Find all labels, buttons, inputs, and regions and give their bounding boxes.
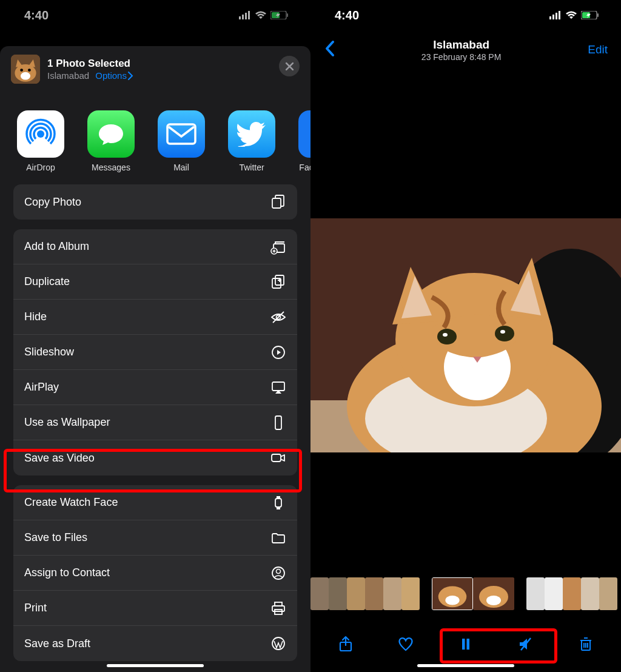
save-as-video-action[interactable]: Save as Video (13, 440, 297, 475)
svg-rect-34 (275, 610, 282, 614)
slideshow-action[interactable]: Slideshow (13, 335, 297, 370)
photo-filmstrip[interactable] (310, 577, 621, 610)
printer-icon (270, 600, 286, 616)
svg-rect-65 (462, 639, 465, 650)
airdrop-target[interactable]: AirDrop (17, 110, 64, 172)
close-button[interactable] (279, 56, 300, 76)
contact-icon (270, 565, 286, 581)
wallpaper-action[interactable]: Use as Wallpaper (13, 405, 297, 440)
mail-target[interactable]: Mail (158, 110, 205, 172)
save-as-draft-action[interactable]: Save as Draft (13, 626, 297, 661)
svg-rect-42 (597, 13, 599, 17)
filmstrip-thumb[interactable] (401, 577, 420, 610)
svg-rect-32 (272, 606, 284, 611)
mail-icon (165, 122, 198, 146)
share-targets-row[interactable]: AirDrop Messages Mail (0, 92, 310, 184)
share-title: 1 Photo Selected (47, 58, 133, 70)
svg-rect-26 (272, 454, 281, 462)
svg-rect-15 (167, 124, 195, 144)
share-sheet-panel: 1 Photo Selected Islamabad Options (0, 46, 310, 672)
wifi-icon (565, 8, 577, 22)
status-time: 4:40 (24, 8, 49, 22)
filmstrip-thumb[interactable] (526, 577, 545, 610)
photo-location-title: Islamabad (421, 38, 502, 52)
svg-rect-36 (549, 16, 551, 19)
svg-point-9 (21, 72, 30, 80)
svg-point-60 (445, 596, 459, 605)
video-icon (270, 450, 286, 466)
messages-target[interactable]: Messages (87, 110, 135, 172)
cellular-icon (239, 8, 251, 22)
options-link[interactable]: Options (95, 70, 133, 81)
filmstrip-thumb[interactable] (563, 577, 581, 610)
assign-contact-action[interactable]: Assign to Contact (13, 556, 297, 591)
mute-button[interactable] (517, 635, 535, 653)
watch-icon (270, 495, 286, 511)
filmstrip-thumb[interactable] (473, 577, 514, 610)
back-button[interactable] (324, 40, 335, 59)
right-phone-photo-view: 4:40 Islamabad 23 February 8:48 PM Edit (310, 0, 621, 672)
photo-nav-bar: Islamabad 23 February 8:48 PM Edit (310, 33, 621, 67)
filmstrip-thumb[interactable] (310, 577, 329, 610)
svg-rect-3 (248, 11, 250, 19)
photo-bottom-toolbar (310, 627, 621, 661)
svg-point-31 (277, 569, 281, 573)
svg-rect-1 (242, 15, 244, 19)
filmstrip-thumb[interactable] (599, 577, 617, 610)
pause-button[interactable] (457, 635, 475, 653)
svg-point-14 (37, 130, 44, 138)
edit-button[interactable]: Edit (588, 43, 608, 56)
svg-rect-24 (272, 382, 284, 391)
copy-photo-action[interactable]: Copy Photo (13, 184, 297, 220)
svg-point-56 (443, 333, 448, 337)
wifi-icon (255, 8, 267, 22)
share-button[interactable] (337, 635, 355, 653)
home-indicator[interactable] (107, 664, 204, 667)
facebook-target[interactable]: Fac (298, 110, 310, 172)
twitter-target[interactable]: Twitter (228, 110, 275, 172)
selected-photo-thumbnail (11, 55, 40, 84)
airplay-action[interactable]: AirPlay (13, 370, 297, 405)
phone-icon (270, 415, 286, 431)
photo-date-subtitle: 23 February 8:48 PM (421, 52, 502, 62)
filmstrip-thumb-selected[interactable] (432, 577, 473, 610)
svg-rect-0 (239, 16, 241, 19)
play-circle-icon (270, 344, 286, 360)
cellular-icon (549, 8, 562, 22)
messages-icon (95, 118, 127, 150)
svg-rect-6 (287, 13, 288, 17)
svg-point-54 (437, 329, 457, 344)
svg-rect-28 (277, 496, 280, 498)
filmstrip-thumb[interactable] (383, 577, 401, 610)
hide-action[interactable]: Hide (13, 300, 297, 335)
airplay-icon (270, 380, 286, 395)
battery-icon (270, 8, 289, 22)
add-to-album-action[interactable]: Add to Album (13, 229, 297, 264)
hide-icon (270, 309, 286, 325)
status-bar: 4:40 (310, 6, 621, 24)
print-action[interactable]: Print (13, 591, 297, 626)
svg-rect-38 (556, 13, 557, 19)
svg-point-63 (486, 596, 501, 605)
filmstrip-thumb[interactable] (581, 577, 599, 610)
svg-line-22 (273, 312, 284, 323)
filmstrip-thumb[interactable] (347, 577, 365, 610)
status-time: 4:40 (335, 8, 359, 22)
create-watch-face-action[interactable]: Create Watch Face (13, 485, 297, 520)
favorite-button[interactable] (397, 635, 415, 653)
wordpress-icon (270, 636, 286, 651)
save-to-files-action[interactable]: Save to Files (13, 520, 297, 556)
duplicate-action[interactable]: Duplicate (13, 264, 297, 300)
delete-button[interactable] (577, 635, 595, 653)
filmstrip-thumb[interactable] (329, 577, 347, 610)
photo-viewer[interactable] (310, 218, 621, 452)
filmstrip-thumb[interactable] (365, 577, 383, 610)
filmstrip-thumb[interactable] (545, 577, 563, 610)
svg-rect-27 (275, 499, 281, 507)
status-bar: 4:40 (0, 6, 310, 24)
left-phone-share-sheet: 4:40 1 Photo Selected Islamabad Options (0, 0, 310, 672)
svg-rect-37 (552, 15, 554, 19)
svg-point-13 (28, 69, 31, 72)
home-indicator[interactable] (417, 664, 514, 667)
svg-rect-16 (272, 198, 281, 208)
